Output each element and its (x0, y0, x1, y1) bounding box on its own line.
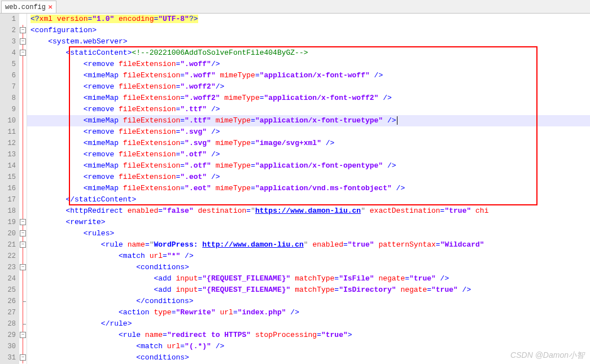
fold-toggle[interactable]: − (20, 38, 26, 45)
line-number: 24 (0, 273, 16, 284)
code-line[interactable]: <mimeMap fileExtension=".eot" mimeType="… (27, 183, 590, 194)
line-number: 9 (0, 104, 16, 115)
line-number: 4 (0, 47, 16, 59)
code-line[interactable]: <match url="(.*)" /> (27, 341, 590, 352)
line-number: 16 (0, 183, 16, 194)
code-line[interactable]: <mimeMap fileExtension=".woff" mimeType=… (27, 70, 590, 81)
code-line[interactable]: <remove fileExtension=".otf" /> (27, 149, 590, 160)
line-number: 12 (0, 138, 16, 149)
file-tab[interactable]: web.config ✕ (1, 1, 56, 13)
code-line[interactable]: <match url="*" /> (27, 251, 590, 262)
line-number: 14 (0, 160, 16, 172)
code-line[interactable]: <remove fileExtension=".eot" /> (27, 172, 590, 183)
code-line[interactable]: <rule name="WordPress: http://www.damon-… (27, 239, 590, 251)
line-number: 20 (0, 228, 16, 239)
fold-column: −−−−−−−−− (19, 14, 27, 364)
code-line[interactable]: <httpRedirect enabled="false" destinatio… (27, 205, 590, 217)
fold-toggle[interactable]: − (20, 354, 26, 361)
fold-toggle[interactable]: − (20, 230, 26, 236)
code-line[interactable]: <remove fileExtension=".woff2"/> (27, 81, 590, 93)
line-number: 21 (0, 239, 16, 251)
fold-toggle[interactable]: − (20, 242, 26, 248)
line-number: 2 (0, 25, 16, 36)
line-number: 8 (0, 93, 16, 104)
line-number: 15 (0, 172, 16, 183)
code-line[interactable]: <mimeMap fileExtension=".svg" mimeType="… (27, 138, 590, 149)
tab-bar: web.config ✕ (0, 0, 590, 14)
text-caret (397, 116, 397, 125)
line-number: 25 (0, 284, 16, 296)
line-number: 27 (0, 307, 16, 318)
code-line[interactable]: <remove fileExtension=".svg" /> (27, 126, 590, 138)
line-number: 17 (0, 194, 16, 205)
code-line[interactable]: <rewrite> (27, 217, 590, 228)
code-line[interactable]: <remove fileExtension=".woff"/> (27, 59, 590, 70)
code-line[interactable]: <system.webServer> (27, 36, 590, 47)
close-icon[interactable]: ✕ (48, 4, 53, 10)
code-line[interactable]: </conditions> (27, 296, 590, 307)
line-number: 7 (0, 81, 16, 93)
code-line[interactable]: <conditions> (27, 262, 590, 273)
watermark-text: CSDN @Damon小智 (510, 350, 584, 361)
code-line[interactable]: <add input="{REQUEST_FILENAME}" matchTyp… (27, 273, 590, 284)
fold-toggle[interactable]: − (20, 219, 26, 225)
fold-toggle[interactable]: − (20, 332, 26, 338)
line-number: 19 (0, 217, 16, 228)
line-number: 31 (0, 352, 16, 363)
line-number: 30 (0, 341, 16, 352)
fold-toggle[interactable]: − (20, 264, 26, 270)
code-line[interactable]: <mimeMap fileExtension=".woff2" mimeType… (27, 93, 590, 104)
code-line[interactable]: <configuration> (27, 25, 590, 36)
fold-toggle[interactable]: − (20, 27, 26, 33)
code-line[interactable]: <action type="Rewrite" url="index.php" /… (27, 307, 590, 318)
code-line[interactable]: <conditions> (27, 352, 590, 363)
line-number: 28 (0, 318, 16, 330)
code-line[interactable]: <add input="{REQUEST_FILENAME}" matchTyp… (27, 284, 590, 296)
code-line[interactable]: <mimeMap fileExtension=".otf" mimeType="… (27, 160, 590, 172)
line-number: 3 (0, 36, 16, 47)
code-area[interactable]: <?xml version="1.0" encoding="UTF-8"?><c… (27, 14, 590, 364)
code-line[interactable]: <?xml version="1.0" encoding="UTF-8"?> (27, 14, 590, 25)
line-number: 22 (0, 251, 16, 262)
line-number: 11 (0, 126, 16, 138)
code-line[interactable]: <remove fileExtension=".ttf" /> (27, 104, 590, 115)
line-number-gutter: 1234567891011121314151617181920212223242… (0, 14, 19, 364)
line-number: 23 (0, 262, 16, 273)
code-line[interactable]: <rule name="redirect to HTTPS" stopProce… (27, 330, 590, 341)
code-line[interactable]: <staticContent><!--20221006AddToSolveFon… (27, 47, 590, 59)
code-line[interactable]: <mimeMap fileExtension=".ttf" mimeType="… (27, 115, 590, 126)
code-line[interactable]: <rules> (27, 228, 590, 239)
code-editor[interactable]: 1234567891011121314151617181920212223242… (0, 14, 590, 364)
line-number: 6 (0, 70, 16, 81)
code-line[interactable]: </rule> (27, 318, 590, 330)
fold-toggle[interactable]: − (20, 50, 26, 56)
code-line[interactable]: </staticContent> (27, 194, 590, 205)
line-number: 29 (0, 330, 16, 341)
line-number: 1 (0, 14, 16, 25)
line-number: 18 (0, 205, 16, 217)
line-number: 26 (0, 296, 16, 307)
line-number: 5 (0, 59, 16, 70)
line-number: 13 (0, 149, 16, 160)
file-tab-label: web.config (5, 3, 46, 11)
line-number: 10 (0, 115, 16, 126)
